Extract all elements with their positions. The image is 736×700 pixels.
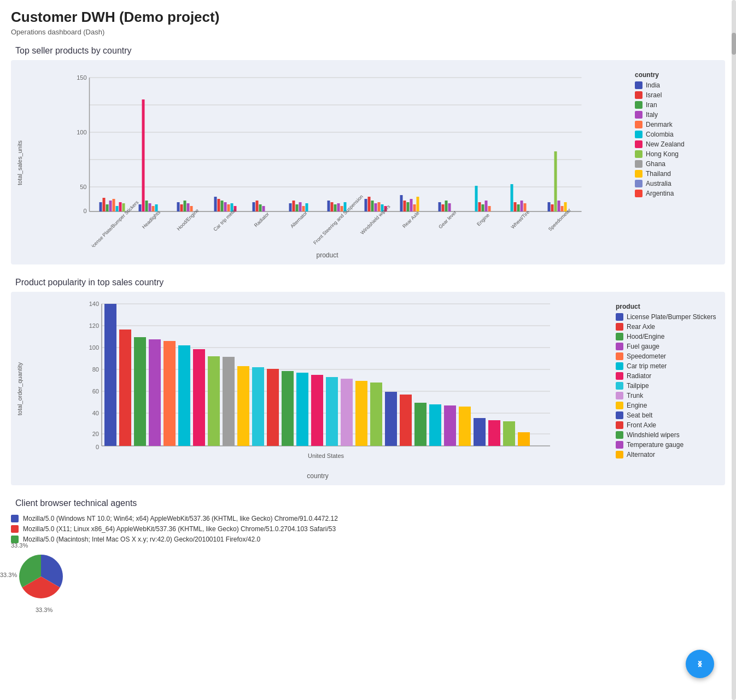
- svg-rect-49: [331, 202, 334, 211]
- legend-iran: Iran: [635, 101, 720, 109]
- svg-rect-121: [163, 341, 176, 446]
- svg-rect-13: [103, 198, 106, 211]
- hongkong-label: Hong Kong: [646, 150, 679, 158]
- svg-rect-24: [152, 206, 155, 211]
- australia-label: Australia: [646, 180, 671, 187]
- colombia-label: Colombia: [646, 131, 674, 138]
- denmark-color: [635, 121, 642, 128]
- chart1-title: Top seller products by country: [11, 46, 725, 56]
- pie-section: 33.3% 33.3% 33.3%: [16, 552, 725, 603]
- chart1-x-label: product: [25, 251, 629, 259]
- nav-button[interactable]: [686, 650, 714, 678]
- chart2-title: Product popularity in top sales country: [11, 278, 725, 287]
- legend-ctm: Car trip meter: [616, 362, 720, 370]
- svg-rect-132: [326, 377, 338, 446]
- svg-text:80: 80: [92, 366, 99, 373]
- svg-rect-81: [548, 202, 551, 211]
- svg-text:50: 50: [80, 184, 86, 190]
- svg-rect-138: [414, 403, 427, 446]
- argentina-label: Argentina: [646, 190, 674, 197]
- legend-italy: Italy: [635, 111, 720, 119]
- legend-sb: Seat belt: [616, 411, 720, 419]
- svg-rect-75: [488, 206, 491, 211]
- svg-rect-130: [296, 373, 308, 446]
- pie-label-top: 33.3%: [11, 542, 28, 549]
- svg-rect-73: [482, 204, 484, 211]
- svg-rect-28: [184, 201, 186, 211]
- chart2-legend-title: product: [616, 303, 720, 310]
- svg-rect-64: [410, 199, 413, 211]
- svg-rect-40: [259, 204, 262, 211]
- svg-rect-69: [445, 201, 448, 211]
- svg-rect-144: [503, 421, 515, 446]
- svg-rect-38: [253, 202, 255, 211]
- browser-label-3: Mozilla/5.0 (Macintosh; Intel Mac OS X x…: [23, 536, 260, 543]
- pie-svg: [16, 552, 66, 601]
- legend-sp: Speedometer: [616, 352, 720, 360]
- svg-rect-12: [100, 202, 102, 211]
- svg-rect-140: [444, 405, 456, 446]
- legend-ra: Rear Axle: [616, 323, 720, 331]
- pie-wrap: 33.3% 33.3% 33.3%: [16, 552, 66, 603]
- svg-text:140: 140: [89, 301, 99, 307]
- browser-color-1: [11, 515, 19, 522]
- svg-rect-119: [134, 337, 146, 446]
- svg-rect-62: [404, 201, 406, 211]
- svg-rect-118: [119, 330, 131, 446]
- svg-rect-76: [511, 184, 513, 211]
- nav-arrow-icon: [693, 657, 706, 670]
- svg-text:Radiator: Radiator: [253, 211, 270, 228]
- svg-text:Gear lever: Gear lever: [437, 210, 458, 230]
- svg-rect-71: [475, 186, 478, 211]
- iran-label: Iran: [646, 101, 657, 109]
- newzealand-label: New Zealand: [646, 140, 685, 148]
- argentina-color: [635, 190, 642, 197]
- legend-fa: Front Axle: [616, 421, 720, 429]
- svg-rect-85: [561, 206, 564, 211]
- svg-rect-57: [375, 203, 377, 211]
- svg-rect-45: [299, 202, 302, 211]
- pie-label-bottom: 33.3%: [36, 607, 52, 613]
- chart2-container: total_order_quantity 140 120 100 80: [11, 292, 725, 485]
- chart2-wrap: total_order_quantity 140 120 100 80: [16, 298, 720, 480]
- browser-title: Client browser technical agents: [11, 498, 725, 508]
- svg-rect-29: [187, 203, 190, 211]
- svg-rect-124: [208, 356, 220, 446]
- svg-text:Front Steering and Suspension: Front Steering and Suspension: [312, 194, 364, 246]
- iran-color: [635, 101, 642, 109]
- svg-rect-82: [551, 204, 554, 211]
- svg-text:Alternator: Alternator: [289, 210, 308, 230]
- svg-rect-126: [237, 366, 249, 446]
- scrollbar[interactable]: [732, 0, 736, 700]
- legend-newzealand: New Zealand: [635, 140, 720, 148]
- svg-text:150: 150: [77, 74, 86, 81]
- svg-rect-122: [178, 345, 190, 446]
- italy-label: Italy: [646, 111, 658, 119]
- svg-rect-133: [341, 379, 353, 446]
- browser-item-2: Mozilla/5.0 (X11; Linux x86_64) AppleWeb…: [11, 525, 725, 533]
- india-label: India: [646, 81, 660, 89]
- svg-rect-65: [413, 204, 416, 211]
- hongkong-color: [635, 150, 642, 158]
- svg-rect-20: [139, 204, 142, 211]
- svg-text:60: 60: [92, 388, 99, 395]
- svg-rect-56: [371, 201, 374, 211]
- legend-tail: Tailpipe: [616, 382, 720, 390]
- chart2-svg: 140 120 100 80 60 40 20 0: [25, 298, 610, 468]
- svg-rect-77: [514, 202, 517, 211]
- scrollbar-thumb[interactable]: [732, 33, 736, 55]
- svg-rect-137: [400, 395, 412, 446]
- svg-rect-21: [142, 99, 145, 211]
- svg-rect-27: [180, 204, 183, 211]
- svg-rect-141: [459, 407, 471, 446]
- svg-rect-131: [311, 375, 323, 446]
- page-title: Customer DWH (Demo project): [11, 9, 725, 26]
- svg-rect-83: [554, 151, 557, 211]
- israel-color: [635, 91, 642, 99]
- svg-rect-42: [289, 203, 292, 211]
- svg-rect-139: [429, 404, 441, 446]
- svg-rect-143: [488, 420, 500, 446]
- denmark-label: Denmark: [646, 121, 673, 128]
- australia-color: [635, 180, 642, 187]
- svg-rect-26: [177, 202, 180, 211]
